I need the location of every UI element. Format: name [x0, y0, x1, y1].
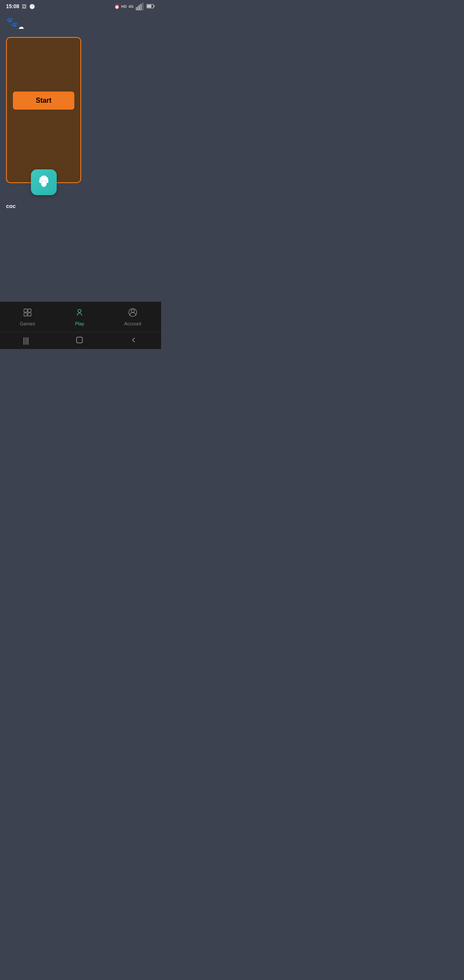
app-icon-container: [31, 169, 57, 195]
svg-rect-19: [28, 312, 31, 315]
back-icon[interactable]: [129, 336, 138, 346]
app-icon: [31, 169, 57, 195]
svg-rect-15: [39, 178, 48, 181]
svg-point-7: [41, 181, 46, 187]
play-label: Play: [75, 321, 84, 326]
svg-point-21: [131, 309, 134, 312]
nav-item-games[interactable]: Games: [11, 305, 43, 329]
gesture-bar: |||: [0, 332, 161, 349]
svg-rect-2: [140, 4, 141, 10]
svg-rect-5: [154, 5, 155, 6]
status-time: 15:08: [6, 3, 19, 9]
main-content: Start: [0, 33, 161, 302]
bottom-nav: Games Play Account: [0, 302, 161, 332]
svg-rect-18: [24, 312, 27, 315]
photo-icon: 🖼: [22, 4, 27, 9]
svg-point-20: [78, 309, 81, 312]
app-logo: 🐾 ☁: [6, 15, 23, 30]
games-icon: [23, 308, 32, 319]
cloud-icon: ☁: [18, 23, 24, 30]
home-icon[interactable]: [75, 336, 84, 346]
play-icon: [75, 308, 84, 319]
game-card: Start: [6, 37, 81, 183]
account-icon: [128, 308, 137, 319]
nav-item-account[interactable]: Account: [116, 305, 150, 329]
account-label: Account: [124, 321, 141, 326]
svg-rect-17: [28, 309, 31, 312]
app-header: 🐾 ☁: [0, 12, 161, 33]
svg-rect-16: [24, 309, 27, 312]
status-bar: 15:08 🖼 🕐 ⏰ HD 4G: [0, 0, 161, 12]
hd-badge: HD: [121, 4, 127, 9]
recent-apps-icon[interactable]: |||: [23, 336, 29, 345]
start-button[interactable]: Start: [13, 92, 74, 110]
svg-rect-1: [138, 6, 139, 10]
alarm-icon: ⏰: [114, 4, 119, 9]
app-name: coc: [6, 203, 15, 209]
status-left: 15:08 🖼 🕐: [6, 3, 35, 9]
signal-icon: [135, 1, 145, 12]
game-card-inner: Start: [13, 45, 74, 156]
nav-item-play[interactable]: Play: [66, 305, 93, 329]
svg-rect-0: [136, 8, 137, 10]
paw-icon: 🐾: [6, 18, 18, 27]
games-label: Games: [20, 321, 35, 326]
svg-rect-6: [147, 5, 151, 7]
battery-icon: [147, 4, 155, 9]
4g-badge: 4G: [128, 4, 134, 9]
status-right: ⏰ HD 4G: [114, 1, 155, 12]
clock-icon: 🕐: [29, 4, 35, 9]
svg-rect-3: [142, 3, 143, 10]
svg-rect-23: [76, 337, 82, 343]
